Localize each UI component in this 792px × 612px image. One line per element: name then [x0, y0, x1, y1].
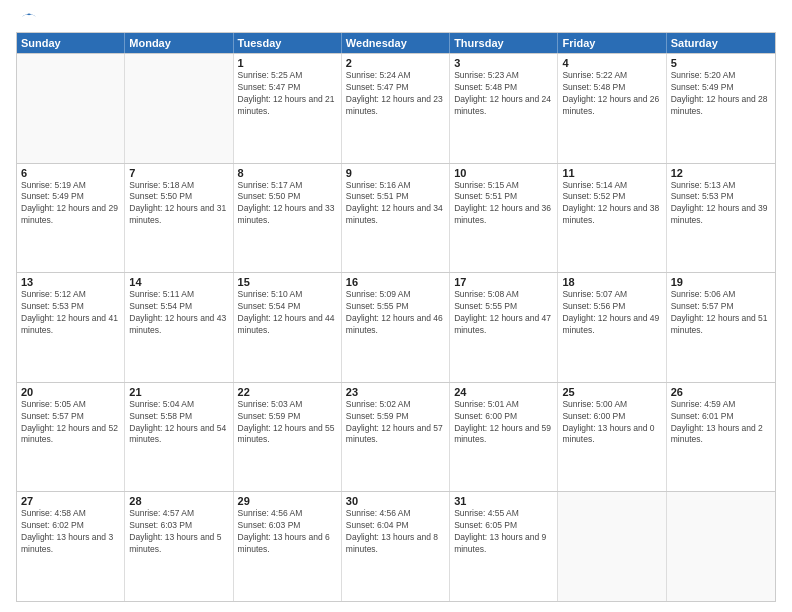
day-number: 26 [671, 386, 771, 398]
day-number: 11 [562, 167, 661, 179]
calendar-header: SundayMondayTuesdayWednesdayThursdayFrid… [17, 33, 775, 53]
day-cell-4: 4Sunrise: 5:22 AM Sunset: 5:48 PM Daylig… [558, 54, 666, 163]
day-number: 25 [562, 386, 661, 398]
day-cell-1: 1Sunrise: 5:25 AM Sunset: 5:47 PM Daylig… [234, 54, 342, 163]
week-row-2: 6Sunrise: 5:19 AM Sunset: 5:49 PM Daylig… [17, 163, 775, 273]
day-cell-23: 23Sunrise: 5:02 AM Sunset: 5:59 PM Dayli… [342, 383, 450, 492]
day-info: Sunrise: 5:18 AM Sunset: 5:50 PM Dayligh… [129, 180, 228, 228]
day-cell-17: 17Sunrise: 5:08 AM Sunset: 5:55 PM Dayli… [450, 273, 558, 382]
day-cell-8: 8Sunrise: 5:17 AM Sunset: 5:50 PM Daylig… [234, 164, 342, 273]
day-info: Sunrise: 5:05 AM Sunset: 5:57 PM Dayligh… [21, 399, 120, 447]
page: SundayMondayTuesdayWednesdayThursdayFrid… [0, 0, 792, 612]
calendar-body: 1Sunrise: 5:25 AM Sunset: 5:47 PM Daylig… [17, 53, 775, 601]
day-info: Sunrise: 4:57 AM Sunset: 6:03 PM Dayligh… [129, 508, 228, 556]
day-cell-2: 2Sunrise: 5:24 AM Sunset: 5:47 PM Daylig… [342, 54, 450, 163]
day-number: 7 [129, 167, 228, 179]
day-number: 24 [454, 386, 553, 398]
day-cell-28: 28Sunrise: 4:57 AM Sunset: 6:03 PM Dayli… [125, 492, 233, 601]
day-number: 4 [562, 57, 661, 69]
day-cell-6: 6Sunrise: 5:19 AM Sunset: 5:49 PM Daylig… [17, 164, 125, 273]
day-info: Sunrise: 5:00 AM Sunset: 6:00 PM Dayligh… [562, 399, 661, 447]
day-cell-27: 27Sunrise: 4:58 AM Sunset: 6:02 PM Dayli… [17, 492, 125, 601]
day-cell-5: 5Sunrise: 5:20 AM Sunset: 5:49 PM Daylig… [667, 54, 775, 163]
day-cell-12: 12Sunrise: 5:13 AM Sunset: 5:53 PM Dayli… [667, 164, 775, 273]
day-cell-24: 24Sunrise: 5:01 AM Sunset: 6:00 PM Dayli… [450, 383, 558, 492]
weekday-header-tuesday: Tuesday [234, 33, 342, 53]
day-number: 9 [346, 167, 445, 179]
day-cell-empty [17, 54, 125, 163]
weekday-header-thursday: Thursday [450, 33, 558, 53]
day-info: Sunrise: 5:09 AM Sunset: 5:55 PM Dayligh… [346, 289, 445, 337]
day-number: 29 [238, 495, 337, 507]
day-number: 10 [454, 167, 553, 179]
day-info: Sunrise: 5:17 AM Sunset: 5:50 PM Dayligh… [238, 180, 337, 228]
day-info: Sunrise: 5:15 AM Sunset: 5:51 PM Dayligh… [454, 180, 553, 228]
day-info: Sunrise: 5:20 AM Sunset: 5:49 PM Dayligh… [671, 70, 771, 118]
day-number: 8 [238, 167, 337, 179]
day-number: 1 [238, 57, 337, 69]
day-cell-9: 9Sunrise: 5:16 AM Sunset: 5:51 PM Daylig… [342, 164, 450, 273]
day-cell-11: 11Sunrise: 5:14 AM Sunset: 5:52 PM Dayli… [558, 164, 666, 273]
day-number: 16 [346, 276, 445, 288]
day-number: 20 [21, 386, 120, 398]
day-info: Sunrise: 4:58 AM Sunset: 6:02 PM Dayligh… [21, 508, 120, 556]
day-number: 18 [562, 276, 661, 288]
day-cell-19: 19Sunrise: 5:06 AM Sunset: 5:57 PM Dayli… [667, 273, 775, 382]
day-number: 30 [346, 495, 445, 507]
day-number: 31 [454, 495, 553, 507]
day-info: Sunrise: 5:23 AM Sunset: 5:48 PM Dayligh… [454, 70, 553, 118]
day-number: 28 [129, 495, 228, 507]
day-number: 14 [129, 276, 228, 288]
day-number: 17 [454, 276, 553, 288]
day-info: Sunrise: 5:11 AM Sunset: 5:54 PM Dayligh… [129, 289, 228, 337]
day-cell-empty [558, 492, 666, 601]
day-cell-3: 3Sunrise: 5:23 AM Sunset: 5:48 PM Daylig… [450, 54, 558, 163]
week-row-1: 1Sunrise: 5:25 AM Sunset: 5:47 PM Daylig… [17, 53, 775, 163]
day-number: 22 [238, 386, 337, 398]
day-number: 19 [671, 276, 771, 288]
day-number: 23 [346, 386, 445, 398]
day-number: 6 [21, 167, 120, 179]
day-cell-20: 20Sunrise: 5:05 AM Sunset: 5:57 PM Dayli… [17, 383, 125, 492]
weekday-header-friday: Friday [558, 33, 666, 53]
day-info: Sunrise: 5:04 AM Sunset: 5:58 PM Dayligh… [129, 399, 228, 447]
weekday-header-monday: Monday [125, 33, 233, 53]
day-info: Sunrise: 5:06 AM Sunset: 5:57 PM Dayligh… [671, 289, 771, 337]
day-info: Sunrise: 5:22 AM Sunset: 5:48 PM Dayligh… [562, 70, 661, 118]
week-row-3: 13Sunrise: 5:12 AM Sunset: 5:53 PM Dayli… [17, 272, 775, 382]
day-number: 15 [238, 276, 337, 288]
weekday-header-saturday: Saturday [667, 33, 775, 53]
day-info: Sunrise: 5:10 AM Sunset: 5:54 PM Dayligh… [238, 289, 337, 337]
header [16, 12, 776, 26]
day-cell-14: 14Sunrise: 5:11 AM Sunset: 5:54 PM Dayli… [125, 273, 233, 382]
day-info: Sunrise: 5:08 AM Sunset: 5:55 PM Dayligh… [454, 289, 553, 337]
day-info: Sunrise: 5:13 AM Sunset: 5:53 PM Dayligh… [671, 180, 771, 228]
day-cell-25: 25Sunrise: 5:00 AM Sunset: 6:00 PM Dayli… [558, 383, 666, 492]
day-cell-22: 22Sunrise: 5:03 AM Sunset: 5:59 PM Dayli… [234, 383, 342, 492]
weekday-header-wednesday: Wednesday [342, 33, 450, 53]
day-cell-31: 31Sunrise: 4:55 AM Sunset: 6:05 PM Dayli… [450, 492, 558, 601]
logo [16, 12, 38, 26]
week-row-4: 20Sunrise: 5:05 AM Sunset: 5:57 PM Dayli… [17, 382, 775, 492]
day-info: Sunrise: 5:12 AM Sunset: 5:53 PM Dayligh… [21, 289, 120, 337]
day-number: 21 [129, 386, 228, 398]
logo-icon [20, 8, 38, 26]
day-info: Sunrise: 5:25 AM Sunset: 5:47 PM Dayligh… [238, 70, 337, 118]
day-info: Sunrise: 5:02 AM Sunset: 5:59 PM Dayligh… [346, 399, 445, 447]
day-cell-29: 29Sunrise: 4:56 AM Sunset: 6:03 PM Dayli… [234, 492, 342, 601]
day-info: Sunrise: 5:19 AM Sunset: 5:49 PM Dayligh… [21, 180, 120, 228]
weekday-header-sunday: Sunday [17, 33, 125, 53]
day-number: 13 [21, 276, 120, 288]
day-cell-16: 16Sunrise: 5:09 AM Sunset: 5:55 PM Dayli… [342, 273, 450, 382]
day-info: Sunrise: 4:56 AM Sunset: 6:03 PM Dayligh… [238, 508, 337, 556]
day-info: Sunrise: 4:59 AM Sunset: 6:01 PM Dayligh… [671, 399, 771, 447]
day-number: 2 [346, 57, 445, 69]
day-cell-26: 26Sunrise: 4:59 AM Sunset: 6:01 PM Dayli… [667, 383, 775, 492]
day-cell-21: 21Sunrise: 5:04 AM Sunset: 5:58 PM Dayli… [125, 383, 233, 492]
day-info: Sunrise: 4:56 AM Sunset: 6:04 PM Dayligh… [346, 508, 445, 556]
day-cell-30: 30Sunrise: 4:56 AM Sunset: 6:04 PM Dayli… [342, 492, 450, 601]
day-number: 12 [671, 167, 771, 179]
day-info: Sunrise: 5:07 AM Sunset: 5:56 PM Dayligh… [562, 289, 661, 337]
day-cell-15: 15Sunrise: 5:10 AM Sunset: 5:54 PM Dayli… [234, 273, 342, 382]
day-cell-empty [125, 54, 233, 163]
